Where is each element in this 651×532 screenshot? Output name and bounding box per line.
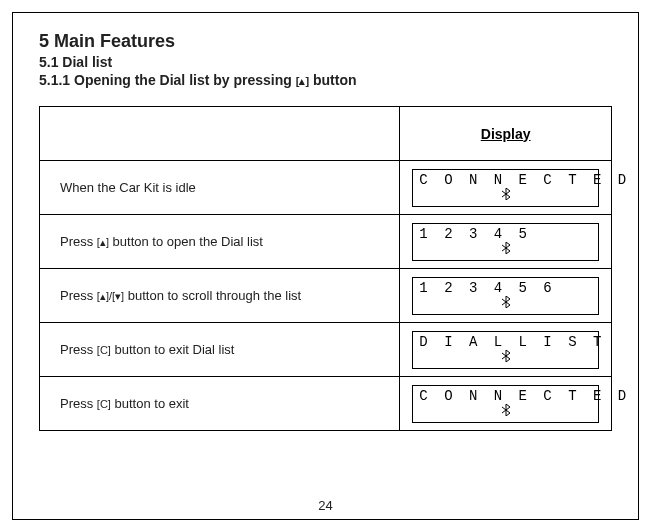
table-row: Press [C] button to exit C O N N E C T E… [40,377,612,431]
lcd-display: 1 2 3 4 5 6 [412,277,599,315]
page-number: 24 [13,498,638,513]
subsection-text-prefix: 5.1.1 Opening the Dial list by pressing [39,72,296,88]
lcd-display: D I A L L I S T [412,331,599,369]
instruction-text: Press [60,234,97,249]
up-button-symbol: [▴] [97,236,109,248]
c-button-symbol: [C] [97,398,111,410]
instruction-text: Press [60,396,97,411]
lcd-display: 1 2 3 4 5 [412,223,599,261]
heading-subsection: 5.1.1 Opening the Dial list by pressing … [39,72,612,88]
c-button-symbol: [C] [97,344,111,356]
instruction-cell: Press [C] button to exit [40,377,400,431]
up-button-symbol: [▴] [296,75,309,87]
table-header-left [40,107,400,161]
heading-chapter: 5 Main Features [39,31,612,52]
instruction-cell: Press [C] button to exit Dial list [40,323,400,377]
display-header-text: Display [481,126,531,142]
table-row: Press [▴] button to open the Dial list 1… [40,215,612,269]
page-frame: 5 Main Features 5.1 Dial list 5.1.1 Open… [12,12,639,520]
subsection-text-suffix: button [309,72,356,88]
lcd-text: C O N N E C T E D [413,170,598,188]
instruction-cell: Press [▴] button to open the Dial list [40,215,400,269]
lcd-display: C O N N E C T E D [412,385,599,423]
instruction-text: button to exit Dial list [111,342,235,357]
instruction-text: button to scroll through the list [124,288,301,303]
display-cell: 1 2 3 4 5 6 [400,269,612,323]
bluetooth-icon [413,242,598,258]
up-down-button-symbol: [▴]/[▾] [97,290,124,302]
heading-section: 5.1 Dial list [39,54,612,70]
lcd-text: D I A L L I S T [413,332,598,350]
feature-table: Display When the Car Kit is idle C O N N… [39,106,612,431]
instruction-text: button to open the Dial list [109,234,263,249]
display-cell: C O N N E C T E D [400,161,612,215]
lcd-display: C O N N E C T E D [412,169,599,207]
instruction-cell: Press [▴]/[▾] button to scroll through t… [40,269,400,323]
table-header-row: Display [40,107,612,161]
table-row: Press [▴]/[▾] button to scroll through t… [40,269,612,323]
bluetooth-icon [413,188,598,204]
bluetooth-icon [413,296,598,312]
instruction-text: When the Car Kit is idle [60,180,196,195]
table-header-right: Display [400,107,612,161]
display-cell: 1 2 3 4 5 [400,215,612,269]
instruction-text: Press [60,288,97,303]
instruction-cell: When the Car Kit is idle [40,161,400,215]
table-row: When the Car Kit is idle C O N N E C T E… [40,161,612,215]
bluetooth-icon [413,404,598,420]
lcd-text: C O N N E C T E D [413,386,598,404]
lcd-text: 1 2 3 4 5 6 [413,278,598,296]
display-cell: C O N N E C T E D [400,377,612,431]
display-cell: D I A L L I S T [400,323,612,377]
instruction-text: Press [60,342,97,357]
bluetooth-icon [413,350,598,366]
lcd-text: 1 2 3 4 5 [413,224,598,242]
table-row: Press [C] button to exit Dial list D I A… [40,323,612,377]
instruction-text: button to exit [111,396,189,411]
